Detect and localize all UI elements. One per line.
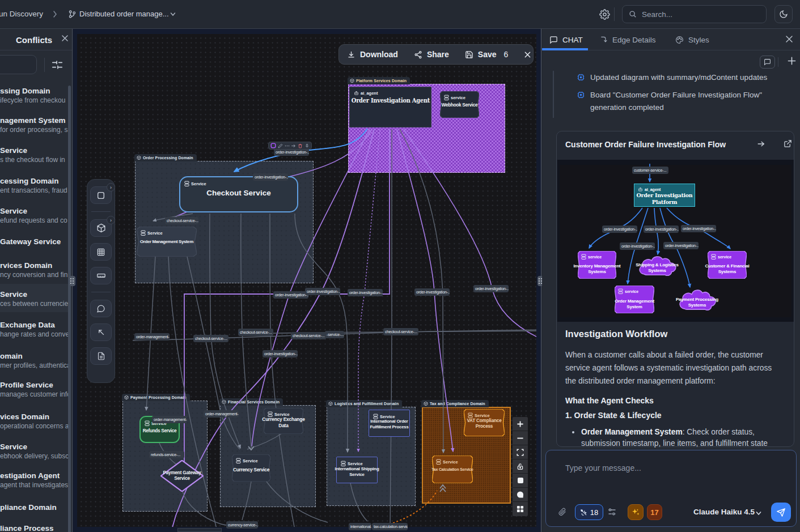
conflict-item-title[interactable]: Service <box>0 207 69 215</box>
edge-label-chip[interactable]: international-sh <box>349 523 371 530</box>
settings-sliders-icon[interactable] <box>607 507 617 517</box>
conflict-item-title[interactable]: omain <box>0 352 69 360</box>
diagram-node[interactable]: Service Checkout Service <box>179 176 298 212</box>
download-button[interactable]: Download <box>339 50 406 59</box>
conflict-item-title[interactable]: Service <box>0 290 69 299</box>
edge-label-chip[interactable]: order-investigation-... <box>681 225 716 232</box>
delete-trash-icon[interactable] <box>298 143 303 148</box>
edge-label-chip[interactable]: checkout-service-... <box>291 332 326 339</box>
conflict-item-title[interactable]: vices Domain <box>0 412 69 421</box>
edge-label-chip[interactable]: order-management-... <box>152 416 187 423</box>
diagram-node[interactable]: service Customer & Financial Systems <box>708 251 747 279</box>
edge-label-chip[interactable]: refunds-service-... <box>149 451 184 458</box>
panel-close-icon[interactable] <box>785 35 793 43</box>
shape-square-tool[interactable]: › <box>90 186 112 204</box>
conflict-item-title[interactable]: Service <box>0 146 69 155</box>
diagram-node[interactable]: Service International Order Fulfillment … <box>369 410 410 437</box>
edge-label-chip[interactable]: checkout-service-... <box>193 335 228 342</box>
conflict-item-title[interactable]: Profile Service <box>0 381 69 389</box>
external-link-icon[interactable] <box>784 139 792 148</box>
edge-label-chip[interactable]: order-investigation-... <box>620 242 655 250</box>
edge-label-chip[interactable]: order-investigation-... <box>473 285 509 292</box>
conflict-item-title[interactable]: Service <box>0 442 69 451</box>
edge-label-chip[interactable]: order-investigation-... <box>602 225 637 233</box>
board-preview[interactable]: ai_agent Order Investigation Platform se… <box>557 160 794 322</box>
comment-fill-button[interactable] <box>513 488 528 502</box>
tab-styles[interactable]: Styles <box>675 29 709 50</box>
edge-label-chip[interactable]: checkout-service-... <box>238 329 273 336</box>
edge-label-chip[interactable]: order-investigation-... <box>263 350 298 357</box>
left-panel-resize-handle[interactable] <box>69 276 75 286</box>
edge-label-chip[interactable]: order-investigation-... <box>273 291 308 299</box>
shape-fill-button[interactable] <box>513 474 528 488</box>
search-input[interactable]: Search... <box>622 5 767 23</box>
edge-label-chip[interactable]: order-investigation-... <box>253 173 288 181</box>
edge-label-chip[interactable]: checkout-service-... <box>165 217 198 224</box>
fit-view-button[interactable] <box>513 445 528 459</box>
share-button[interactable]: Share <box>406 50 457 59</box>
diagram-node[interactable]: service Webhook Service <box>440 91 479 118</box>
tiles-button[interactable] <box>513 502 528 516</box>
document-tool[interactable] <box>90 347 112 365</box>
diagram-node[interactable]: Service Order Management System <box>137 227 197 257</box>
breadcrumb-board[interactable]: Distributed order manage... <box>79 10 169 18</box>
sidebar-scrollbar[interactable] <box>68 86 71 532</box>
grid-tool[interactable] <box>90 243 112 261</box>
edge-label-chip[interactable]: order-investigation-... <box>663 242 699 249</box>
new-chat-plus-icon[interactable] <box>788 57 796 65</box>
pin-icon[interactable] <box>304 143 310 148</box>
conflict-item-title[interactable]: ssing Domain <box>0 87 69 95</box>
breadcrumb-project[interactable]: un Discovery <box>0 10 43 18</box>
edge-label-chip[interactable]: order-investigation-... <box>348 289 383 296</box>
lock-button[interactable] <box>513 459 528 474</box>
open-board-arrow-icon[interactable] <box>756 139 765 148</box>
diagram-node[interactable]: Shipping & Logistics Systems <box>636 256 679 276</box>
save-button[interactable]: Save 6 <box>457 50 517 59</box>
diagram-node[interactable]: service Inventory Management Systems <box>578 251 616 279</box>
conflict-item-title[interactable]: pliance Domain <box>0 503 69 512</box>
canvas-toolbar-close-button[interactable] <box>516 51 539 58</box>
diagram-node[interactable] <box>177 528 222 532</box>
model-selector[interactable]: Claude Haiku 4.5 <box>693 508 755 516</box>
board-chevron-down-icon[interactable] <box>170 11 176 18</box>
diagram-node[interactable]: Payment Processing Systems <box>676 289 718 310</box>
send-button[interactable] <box>771 503 791 522</box>
diagram-node[interactable]: Service Currency Service <box>232 454 270 482</box>
conflict-item-title[interactable]: Gateway Service <box>0 237 69 246</box>
diagram-node[interactable]: ai_agent Order Investigation Platform <box>634 184 695 207</box>
edge-label-chip[interactable]: order-management-... <box>204 410 239 418</box>
tab-edge-details[interactable]: Edge Details <box>600 29 656 50</box>
goto-arrow-icon[interactable] <box>291 143 296 148</box>
conflict-item-title[interactable]: estigation Agent <box>0 471 69 480</box>
diagram-node[interactable]: ai_agent Order Investigation Agent <box>349 87 431 127</box>
edge-label-chip[interactable]: tax-calculation-service-... <box>372 523 408 530</box>
diagram-node[interactable]: Payment Gateway Service <box>160 460 204 492</box>
diagram-node[interactable]: Service VAT Compliance Process <box>464 409 505 436</box>
edge-label-chip[interactable]: currency-service-... <box>226 521 258 529</box>
diagram-board[interactable]: Order Processing DomainPayment Processin… <box>77 34 536 527</box>
conflict-item-title[interactable]: Exchange Data <box>0 321 69 329</box>
edge-label-chip[interactable]: customer-service-... <box>632 167 668 174</box>
edge-label-chip[interactable]: order-investigation-... <box>644 225 679 233</box>
diagram-node[interactable]: Service Currency Exchange Data <box>264 408 303 434</box>
ruler-tool[interactable] <box>90 267 112 284</box>
sparkles-button[interactable] <box>628 504 644 520</box>
expand-shapes-icon[interactable]: › <box>107 183 115 191</box>
expand-components-icon[interactable]: › <box>107 216 115 224</box>
settings-gear-icon[interactable] <box>599 9 610 20</box>
edge-label-chip[interactable]: order-investigation-... <box>414 288 450 296</box>
zoom-out-button[interactable] <box>513 431 528 445</box>
edge-style-icon[interactable] <box>270 143 276 148</box>
chat-input-box[interactable]: Type your message... 18 17 Claude Haiku … <box>545 450 797 527</box>
conflict-item-title[interactable]: rvices Domain <box>0 261 69 270</box>
zoom-in-button[interactable] <box>513 417 528 431</box>
attachment-paperclip-icon[interactable] <box>558 507 566 517</box>
diagram-node[interactable]: Service Tax Calculation Service <box>432 456 473 483</box>
conflict-item-title[interactable]: liance Process <box>0 524 69 532</box>
comment-tool[interactable] <box>90 300 112 317</box>
chat-thread-button[interactable] <box>760 56 775 69</box>
edit-pencil-icon[interactable] <box>278 143 283 148</box>
edge-label-chip[interactable]: -service-... <box>325 331 344 338</box>
select-arrow-tool[interactable] <box>90 324 112 341</box>
edge-label-chip[interactable]: checkout-service-... <box>383 328 418 335</box>
